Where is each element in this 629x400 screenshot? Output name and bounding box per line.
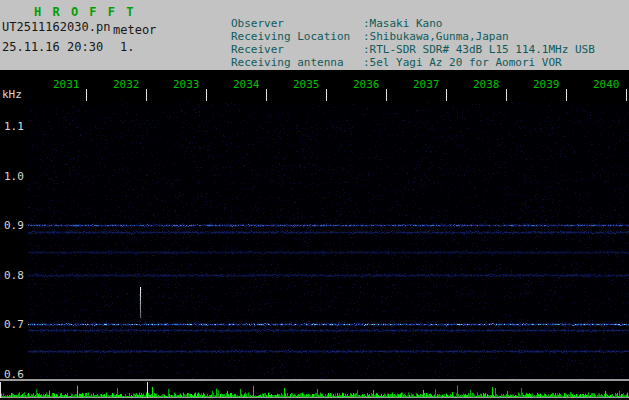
y-axis-labels: 1.11.00.90.80.70.6 — [0, 0, 28, 400]
x-tick-mark — [266, 89, 267, 101]
x-tick-label: 2038 — [473, 78, 500, 91]
x-tick-mark — [86, 89, 87, 101]
spectrogram-canvas — [28, 103, 629, 379]
field-value: :Shibukawa,Gunma,Japan — [363, 30, 509, 43]
app-title: H R O F F T — [34, 5, 135, 19]
x-tick-mark — [506, 89, 507, 101]
field-value: :RTL-SDR SDR# 43dB L15 114.1MHz USB — [363, 43, 595, 56]
power-strip-canvas — [0, 382, 629, 400]
x-tick-label: 2033 — [173, 78, 200, 91]
x-tick-mark — [446, 89, 447, 101]
field-label: Observer — [231, 17, 363, 30]
y-tick-label: 0.7 — [4, 318, 24, 331]
field-value: :5el Yagi Az 20 for Aomori VOR — [363, 56, 562, 69]
x-tick-mark — [386, 89, 387, 101]
field-value: :Masaki Kano — [363, 17, 442, 30]
separator-line — [0, 379, 629, 381]
x-tick-label: 2031 — [53, 78, 80, 91]
y-tick-label: 0.8 — [4, 269, 24, 282]
x-tick-label: 2037 — [413, 78, 440, 91]
hrofft-window: H R O F F T UT2511162030.pn meteor 25.11… — [0, 0, 629, 400]
x-tick-label: 2035 — [293, 78, 320, 91]
x-tick-label: 2040 — [593, 78, 620, 91]
y-tick-label: 0.9 — [4, 219, 24, 232]
x-tick-label: 2032 — [113, 78, 140, 91]
x-tick-mark — [206, 89, 207, 101]
x-tick-mark — [626, 89, 627, 101]
field-label: Receiving Location — [231, 30, 363, 43]
meteor-label: meteor — [113, 23, 156, 37]
field-label: Receiving antenna — [231, 56, 363, 69]
y-tick-label: 1.1 — [4, 120, 24, 133]
x-tick-label: 2036 — [353, 78, 380, 91]
x-tick-mark — [566, 89, 567, 101]
counter-label: 1. — [120, 40, 134, 54]
y-tick-label: 1.0 — [4, 170, 24, 183]
metadata-table: Observer:Masaki Kano Receiving Location:… — [178, 4, 595, 56]
field-label: Receiver — [231, 43, 363, 56]
x-tick-mark — [326, 89, 327, 101]
x-tick-mark — [146, 89, 147, 101]
x-tick-label: 2039 — [533, 78, 560, 91]
x-tick-label: 2034 — [233, 78, 260, 91]
header: H R O F F T UT2511162030.pn meteor 25.11… — [0, 0, 629, 70]
x-axis-labels: 2031203220332034203520362037203820392040 — [0, 78, 629, 104]
field-row: Observer:Masaki Kano — [178, 4, 595, 17]
